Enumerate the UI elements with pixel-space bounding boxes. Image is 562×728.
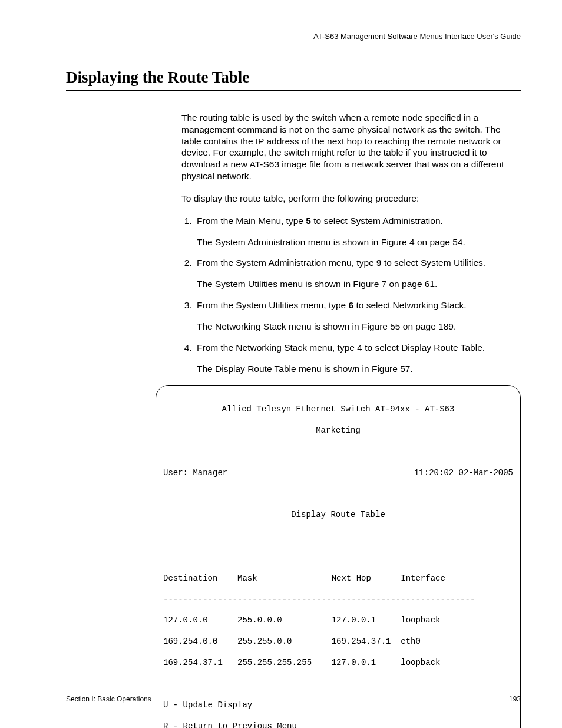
step-1-pre: From the Main Menu, type [197, 216, 306, 226]
terminal-screen: Allied Telesyn Ethernet Switch AT-94xx -… [156, 385, 521, 728]
body-column: The routing table is used by the switch … [181, 112, 521, 374]
screen-menu-title: Display Route Table [163, 510, 513, 521]
screen-title-1: Allied Telesyn Ethernet Switch AT-94xx -… [163, 404, 513, 415]
step-3-pre: From the System Utilities menu, type [197, 300, 349, 310]
intro-paragraph-2: To display the route table, perform the … [181, 193, 521, 205]
step-1: From the Main Menu, type 5 to select Sys… [194, 215, 521, 248]
section-title: Displaying the Route Table [66, 68, 521, 87]
footer-section: Section I: Basic Operations [66, 695, 151, 703]
step-4: From the Networking Stack menu, type 4 t… [194, 342, 521, 375]
running-header: AT-S63 Management Software Menus Interfa… [313, 32, 521, 41]
screen-blank-1 [163, 447, 513, 457]
intro-paragraph-1: The routing table is used by the switch … [181, 112, 521, 182]
screen-row-2: 169.254.0.0 255.255.0.0 169.254.37.1 eth… [163, 637, 513, 647]
step-3-bold: 6 [349, 300, 354, 310]
procedure-list: From the Main Menu, type 5 to select Sys… [181, 215, 521, 375]
page: AT-S63 Management Software Menus Interfa… [0, 0, 562, 728]
screen-row-3: 169.254.37.1 255.255.255.255 127.0.0.1 l… [163, 658, 513, 668]
screen-blank-3 [163, 531, 513, 542]
screen-row-1: 127.0.0.0 255.0.0.0 127.0.0.1 loopback [163, 615, 513, 626]
page-footer: Section I: Basic Operations 193 [66, 695, 521, 703]
step-4-pre: From the Networking Stack menu, type 4 t… [197, 342, 485, 353]
screen-blank-4 [163, 552, 513, 563]
step-1-post: to select System Administration. [311, 216, 443, 226]
step-3-post: to select Networking Stack. [353, 300, 466, 310]
step-2-sub: The System Utilities menu is shown in Fi… [197, 278, 521, 290]
screen-timestamp: 11:20:02 02-Mar-2005 [414, 468, 513, 479]
screen-userline: User: Manager11:20:02 02-Mar-2005 [163, 468, 513, 479]
step-3-sub: The Networking Stack menu is shown in Fi… [197, 321, 521, 332]
step-2: From the System Administration menu, typ… [194, 257, 521, 290]
step-2-post: to select System Utilities. [382, 258, 486, 268]
step-2-bold: 9 [376, 258, 382, 268]
screen-blank-2 [163, 489, 513, 500]
step-4-sub: The Display Route Table menu is shown in… [197, 363, 521, 375]
screen-divider: ----------------------------------------… [163, 595, 513, 605]
screen-columns: Destination Mask Next Hop Interface [163, 574, 513, 584]
screen-blank-5 [163, 679, 513, 690]
step-1-bold: 5 [306, 216, 311, 226]
screen-title-2: Marketing [163, 426, 513, 436]
screen-user: User: Manager [163, 468, 227, 479]
step-3: From the System Utilities menu, type 6 t… [194, 299, 521, 332]
screen-opt-r: R - Return to Previous Menu [163, 722, 513, 728]
title-rule [66, 90, 521, 91]
step-2-pre: From the System Administration menu, typ… [197, 258, 376, 268]
step-1-sub: The System Administration menu is shown … [197, 236, 521, 248]
footer-page-number: 193 [509, 695, 521, 703]
